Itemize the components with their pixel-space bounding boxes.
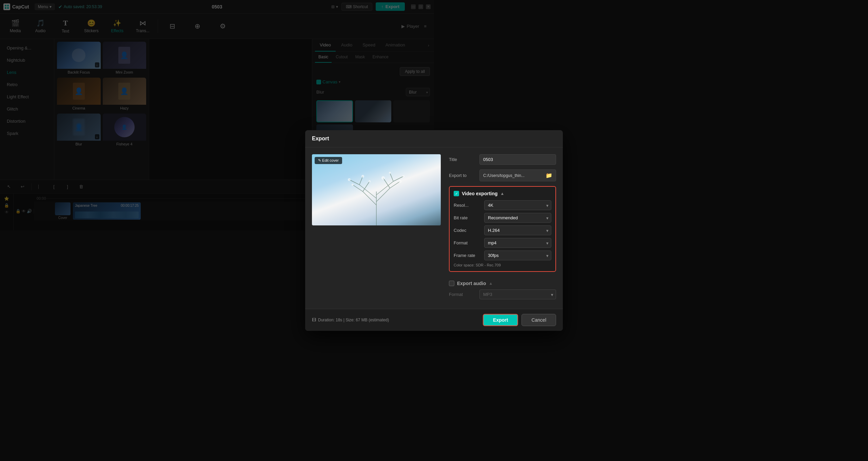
modal-body: ✎ Edit cover Title Export to C:/Users/to…	[305, 147, 434, 230]
preview-image: ✎ Edit cover	[312, 154, 434, 225]
svg-line-11	[390, 181, 400, 188]
svg-line-9	[353, 185, 363, 192]
svg-line-15	[393, 176, 403, 181]
svg-point-21	[389, 172, 391, 174]
svg-point-22	[399, 180, 401, 183]
edit-cover-button[interactable]: ✎ Edit cover	[315, 157, 342, 164]
svg-point-17	[352, 184, 354, 186]
tree-illustration	[342, 171, 410, 225]
svg-line-6	[376, 188, 390, 202]
modal-overlay[interactable]: Export	[0, 0, 434, 230]
svg-line-14	[359, 176, 363, 185]
svg-line-5	[363, 192, 376, 205]
svg-point-18	[361, 175, 364, 178]
svg-line-13	[349, 180, 359, 185]
svg-point-19	[369, 180, 371, 182]
svg-point-24	[348, 178, 351, 181]
svg-line-16	[390, 173, 393, 181]
export-modal: Export	[305, 130, 434, 230]
svg-point-23	[402, 175, 405, 177]
modal-header: Export	[305, 130, 434, 147]
svg-point-20	[381, 176, 385, 180]
modal-preview: ✎ Edit cover	[312, 154, 434, 230]
